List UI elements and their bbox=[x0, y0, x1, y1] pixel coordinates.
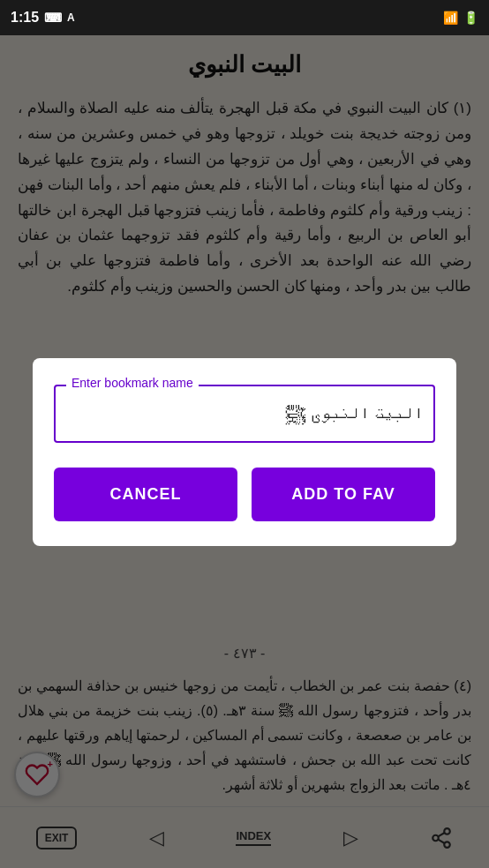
input-label: Enter bookmark name bbox=[66, 376, 199, 390]
bookmark-input-group: Enter bookmark name bbox=[54, 385, 435, 443]
dialog-overlay: Enter bookmark name CANCEL ADD TO FAV bbox=[0, 35, 489, 868]
status-right: 📶 🔋 bbox=[443, 11, 478, 25]
page-content: البيت النبوي (١) كان البيت النبوي في مكة… bbox=[0, 35, 489, 868]
battery-icon: 🔋 bbox=[463, 11, 478, 25]
bookmark-name-input[interactable] bbox=[66, 399, 423, 432]
status-left: 1:15 ⌨ A bbox=[11, 10, 75, 26]
signal-icon: 📶 bbox=[443, 11, 458, 25]
add-to-fav-button[interactable]: ADD TO FAV bbox=[252, 468, 435, 521]
sim-icon: A bbox=[67, 11, 75, 24]
time-display: 1:15 bbox=[11, 10, 39, 26]
status-bar: 1:15 ⌨ A 📶 🔋 bbox=[0, 0, 489, 35]
cancel-button[interactable]: CANCEL bbox=[54, 468, 237, 521]
dialog-buttons: CANCEL ADD TO FAV bbox=[54, 468, 435, 521]
keyboard-icon: ⌨ bbox=[44, 11, 62, 25]
bookmark-dialog: Enter bookmark name CANCEL ADD TO FAV bbox=[33, 358, 456, 546]
